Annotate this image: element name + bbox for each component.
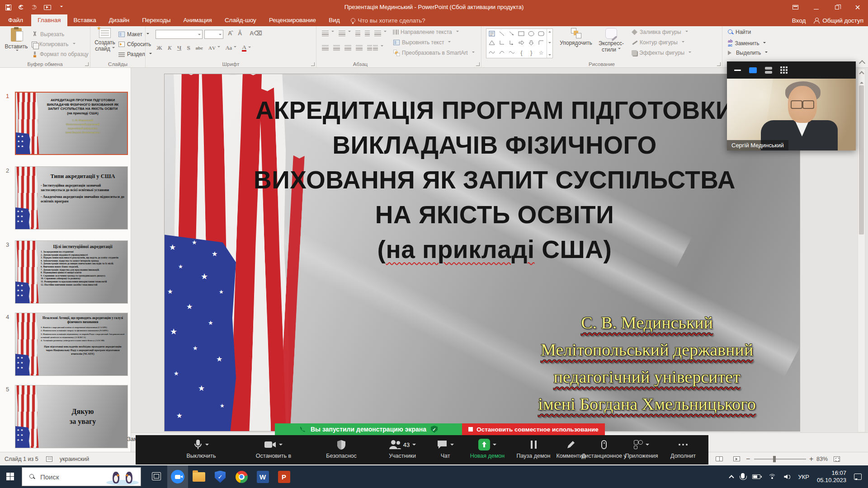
tab-design[interactable]: Дизайн bbox=[103, 14, 136, 26]
minimize-video-icon[interactable] bbox=[734, 70, 741, 71]
stop-share-button[interactable]: Остановить совместное использование bbox=[462, 423, 605, 435]
shapes-scrollbar[interactable] bbox=[547, 29, 552, 58]
action-center-icon[interactable] bbox=[854, 474, 862, 480]
copy-button[interactable]: Копировать bbox=[32, 40, 75, 49]
scroll-up-arrow[interactable] bbox=[860, 80, 863, 84]
font-color-button[interactable]: А bbox=[242, 44, 246, 52]
italic-button[interactable]: К bbox=[168, 44, 172, 52]
line-spacing-button[interactable] bbox=[374, 31, 387, 36]
tab-review[interactable]: Рецензирование bbox=[263, 14, 322, 26]
drawing-dialog-launcher[interactable] bbox=[717, 62, 721, 66]
select-button[interactable]: Выделить bbox=[728, 50, 768, 56]
taskbar-explorer-app[interactable] bbox=[189, 465, 209, 488]
minimize-button[interactable] bbox=[806, 0, 826, 14]
columns-button[interactable] bbox=[367, 45, 383, 51]
shrink-font-button[interactable]: А̌ bbox=[238, 30, 242, 37]
chat-caret[interactable] bbox=[450, 444, 454, 447]
align-center-button[interactable] bbox=[333, 45, 340, 51]
sign-in-button[interactable]: Вход bbox=[792, 17, 806, 24]
align-right-button[interactable] bbox=[344, 45, 351, 51]
layout-button[interactable]: Макет bbox=[118, 30, 149, 39]
pause-share-button[interactable]: Пауза демон bbox=[511, 435, 556, 465]
increase-indent-button[interactable] bbox=[365, 31, 370, 36]
tell-me-box[interactable]: Что вы хотите сделать? bbox=[346, 14, 425, 26]
cut-button[interactable]: Вырезать bbox=[32, 30, 64, 39]
tray-microphone-icon[interactable] bbox=[741, 473, 745, 479]
clock[interactable]: 16:07 05.10.2023 bbox=[817, 469, 846, 484]
volume-icon[interactable] bbox=[784, 474, 790, 479]
zoom-out-button[interactable]: − bbox=[746, 452, 750, 466]
tab-slideshow[interactable]: Слайд-шоу bbox=[218, 14, 263, 26]
zoom-in-button[interactable]: + bbox=[809, 452, 813, 466]
shape-fill-button[interactable]: Заливка фигуры bbox=[632, 29, 688, 35]
share-options-caret[interactable] bbox=[493, 444, 496, 447]
task-view-button[interactable] bbox=[152, 472, 161, 480]
slideshow-view-icon[interactable] bbox=[733, 456, 740, 461]
strikethrough-button[interactable]: abc bbox=[195, 45, 203, 51]
find-button[interactable]: Найти bbox=[728, 29, 751, 35]
slide-canvas[interactable]: ★ ★ ★ ★ ★ ★ ★ ★ ★ ★ ★ ★ ★ ★ ★ ★ АКРЕДИТА… bbox=[164, 74, 800, 432]
quick-styles-button[interactable]: Экспресс- стили bbox=[595, 28, 627, 53]
text-shadow-button[interactable]: S bbox=[187, 44, 190, 52]
new-share-button[interactable]: Новая демон bbox=[465, 435, 510, 465]
thumbnail-slide-1[interactable]: 1 АКРЕДИТАЦІЯ ПРОГРАМ ПІДГОТОВКИ ВИКЛАДА… bbox=[15, 92, 128, 155]
thumbnail-slide-3[interactable]: 3 Цілі інституційної акредитації 1. Зосе… bbox=[15, 240, 128, 304]
zoom-slider-thumb[interactable] bbox=[773, 456, 776, 462]
decrease-indent-button[interactable] bbox=[355, 31, 360, 36]
participants-caret[interactable] bbox=[412, 444, 416, 447]
text-direction-button[interactable]: Направление текста bbox=[393, 29, 459, 35]
numbering-button[interactable] bbox=[339, 31, 351, 36]
language-indicator[interactable]: украинский bbox=[60, 452, 89, 466]
apps-button[interactable]: Приложения bbox=[617, 435, 666, 465]
taskbar-word-app[interactable]: W bbox=[252, 465, 273, 488]
tab-home[interactable]: Главная bbox=[31, 14, 67, 26]
grow-font-button[interactable]: А̂ bbox=[228, 30, 232, 37]
paste-button[interactable]: Вставить bbox=[5, 28, 28, 52]
shapes-gallery[interactable]: {}☆ bbox=[486, 28, 553, 58]
convert-smartart-button[interactable]: Преобразовать в SmartArt bbox=[393, 50, 475, 56]
new-slide-button[interactable]: Создать слайд bbox=[93, 28, 117, 52]
taskbar-zoom-app[interactable] bbox=[167, 465, 188, 488]
taskbar-chrome-app[interactable] bbox=[231, 465, 252, 488]
start-button[interactable] bbox=[6, 473, 14, 480]
ribbon-display-options-button[interactable] bbox=[785, 0, 806, 14]
language-switch[interactable]: УКР bbox=[798, 474, 809, 480]
mute-options-caret[interactable] bbox=[205, 444, 209, 447]
clear-format-button[interactable]: А⌫ bbox=[250, 30, 262, 37]
taskbar-shield-app[interactable]: ✓ bbox=[210, 465, 231, 488]
stop-video-button[interactable]: Остановить в bbox=[244, 435, 303, 465]
char-spacing-button[interactable]: АV bbox=[208, 45, 220, 51]
active-speaker-view-icon[interactable] bbox=[749, 67, 757, 73]
fit-to-window-icon[interactable] bbox=[834, 456, 840, 462]
slide-title[interactable]: АКРЕДИТАЦІЯ ПРОГРАМ ПІДГОТОВКИ ВИКЛАДАЧІ… bbox=[192, 93, 797, 267]
taskbar-search[interactable]: Поиск bbox=[22, 467, 141, 486]
notes-label[interactable]: Заметки bbox=[127, 436, 137, 444]
font-name-combo[interactable] bbox=[156, 30, 203, 39]
justify-button[interactable] bbox=[356, 45, 363, 51]
video-options-caret[interactable] bbox=[279, 444, 283, 447]
font-size-combo[interactable] bbox=[204, 30, 223, 39]
thumbnail-slide-4[interactable]: 4 Незалежні Агенції, що проводять акреди… bbox=[15, 313, 128, 376]
format-painter-button[interactable]: Формат по образцу bbox=[32, 50, 89, 59]
slide-author-block[interactable]: С. В. Мединський Мелітопольський державн… bbox=[498, 309, 796, 418]
battery-icon[interactable] bbox=[752, 474, 760, 479]
clipboard-dialog-launcher[interactable] bbox=[85, 62, 89, 66]
underline-button[interactable]: Ч bbox=[177, 44, 182, 52]
align-text-button[interactable]: Выровнять текст bbox=[393, 39, 451, 46]
mute-button[interactable]: Выключить bbox=[172, 435, 231, 465]
tab-file[interactable]: Файл bbox=[0, 14, 31, 26]
chat-button[interactable]: Чат bbox=[427, 435, 463, 465]
qat-customize-caret[interactable] bbox=[60, 6, 63, 9]
share-button[interactable]: Общий доступ bbox=[814, 17, 863, 24]
arrange-button[interactable]: Упорядочить bbox=[558, 28, 594, 49]
shape-effects-button[interactable]: Эффекты фигуры bbox=[632, 50, 691, 56]
zoom-slider[interactable] bbox=[754, 459, 806, 460]
change-case-button[interactable]: Аа bbox=[226, 45, 237, 52]
tab-transitions[interactable]: Переходы bbox=[136, 14, 177, 26]
undo-icon[interactable] bbox=[19, 5, 24, 9]
webcam-overlay[interactable]: Сергій Мединський bbox=[727, 61, 856, 150]
tab-animation[interactable]: Анимация bbox=[177, 14, 218, 26]
thumbnail-slide-2[interactable]: 2 Типи акредитації у США - Інституційна … bbox=[15, 166, 128, 230]
scrollbar-thumb[interactable] bbox=[859, 85, 864, 235]
speaker-view-icon[interactable] bbox=[765, 67, 772, 70]
